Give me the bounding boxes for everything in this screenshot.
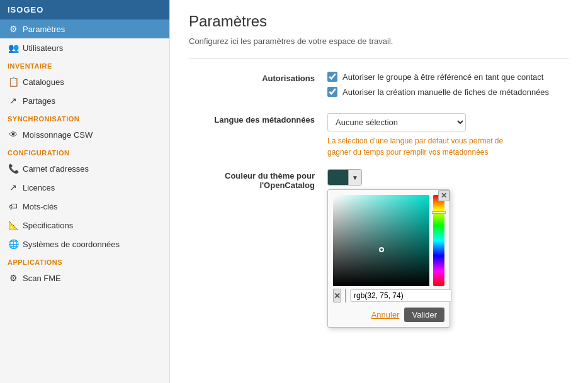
eye-icon: 👁 [8,130,19,140]
hue-pointer [432,211,446,214]
color-swatch-button[interactable]: ▼ [327,169,362,186]
valider-button[interactable]: Valider [404,308,444,322]
section-inventaire: INVENTAIRE [0,57,169,72]
sidebar-section-main: ⚙ Paramètres 👥 Utilisateurs [0,19,169,57]
checkbox-row-2: Autoriser la création manuelle de fiches… [327,87,569,97]
sidebar-label-specifications: Spécifications [23,221,73,230]
sidebar-item-licences[interactable]: ↗ Licences [0,178,169,197]
sidebar-section-configuration: 📞 Carnet d'adresses ↗ Licences 🏷 Mots-cl… [0,159,169,253]
tag-icon: 🏷 [8,201,19,211]
color-dropdown-arrow-icon: ▼ [348,170,361,185]
hue-strip-container [433,195,444,286]
sidebar-item-systemes-coordonnees[interactable]: 🌐 Systèmes de coordonnées [0,235,169,253]
users-icon: 👥 [8,43,19,53]
sidebar-item-moissonnage-csw[interactable]: 👁 Moissonnage CSW [0,125,169,144]
page-subtitle: Configurez ici les paramètres de votre e… [189,36,569,46]
langue-select[interactable]: Aucune sélection [327,113,466,131]
sidebar-label-carnet: Carnet d'adresses [23,164,89,174]
share-icon: ↗ [8,96,19,106]
checkbox-row-1: Autoriser le groupe à être référencé en … [327,72,569,82]
phone-icon: 📞 [8,164,19,174]
couleur-label: Couleur du thème pour l'OpenCatalog [189,169,327,190]
spec-icon: 📐 [8,220,19,230]
autorisations-label: Autorisations [189,72,327,83]
sidebar-section-applications: ⚙ Scan FME [0,269,169,287]
page-title: Paramètres [189,13,569,30]
sidebar-item-utilisateurs[interactable]: 👥 Utilisateurs [0,38,169,57]
checkbox-contact[interactable] [327,72,337,82]
sidebar-label-licences: Licences [23,183,55,192]
main-content: Paramètres Configurez ici les paramètres… [170,0,588,383]
checkbox-contact-label: Autoriser le groupe à être référencé en … [342,72,543,82]
sidebar-item-specifications[interactable]: 📐 Spécifications [0,216,169,235]
color-picker-close-button[interactable]: ✕ [438,190,449,201]
sidebar-label-mots-cles: Mots-clés [23,202,58,211]
sidebar-section-synchronisation: 👁 Moissonnage CSW [0,125,169,144]
color-gradient-area[interactable] [333,195,429,286]
hint-highlight: temps pour remplir [363,148,426,157]
section-applications: APPLICATIONS [0,253,169,269]
separator [189,58,569,59]
sidebar-item-catalogues[interactable]: 📋 Catalogues [0,72,169,91]
annuler-button[interactable]: Annuler [371,308,400,322]
couleur-row: Couleur du thème pour l'OpenCatalog ▼ [189,169,569,328]
current-color-swatch [345,289,346,303]
langue-hint: La sélection d'une langue par défaut vou… [327,135,504,158]
sidebar-item-parametres[interactable]: ⚙ Paramètres [0,19,169,38]
globe-icon: 🌐 [8,239,19,249]
color-picker-popup: ✕ ✕ Annuler Valider [327,189,450,328]
sidebar-label-catalogues: Catalogues [23,77,64,87]
sidebar-label-systemes: Systèmes de coordonnées [23,240,120,249]
langue-label: Langue des métadonnées [189,113,327,125]
section-configuration: CONFIGURATION [0,144,169,159]
sidebar-label-moissonnage: Moissonnage CSW [23,130,93,140]
license-icon: ↗ [8,182,19,192]
couleur-field: ▼ [327,169,569,328]
brand-label: ISOGEO [0,0,169,19]
color-swatch-preview [328,170,348,185]
sidebar: ISOGEO ⚙ Paramètres 👥 Utilisateurs INVEN… [0,0,170,383]
picker-actions: Annuler Valider [333,308,444,322]
autorisations-field: Autoriser le groupe à être référencé en … [327,72,569,102]
autorisations-row: Autorisations Autoriser le groupe à être… [189,72,569,102]
gear-icon: ⚙ [8,24,19,34]
close-icon: ✕ [441,191,447,200]
sidebar-item-mots-cles[interactable]: 🏷 Mots-clés [0,197,169,216]
sidebar-item-partages[interactable]: ↗ Partages [0,91,169,110]
sidebar-label-partages: Partages [23,96,55,106]
sidebar-section-inventaire: 📋 Catalogues ↗ Partages [0,72,169,110]
catalogue-icon: 📋 [8,77,19,87]
color-rgb-input[interactable] [350,289,452,302]
sidebar-label-utilisateurs: Utilisateurs [23,43,63,53]
hint-text-2: vos métadonnées [426,148,488,157]
langue-field: Aucune sélection La sélection d'une lang… [327,113,569,158]
scan-icon: ⚙ [8,273,19,283]
section-synchronisation: SYNCHRONISATION [0,110,169,125]
black-overlay-layer [333,195,429,286]
cancel-x-icon: ✕ [334,291,341,301]
sidebar-item-carnet-adresses[interactable]: 📞 Carnet d'adresses [0,159,169,178]
sidebar-label-parametres: Paramètres [23,25,65,34]
checkbox-creation-label: Autoriser la création manuelle de fiches… [342,87,549,97]
langue-row: Langue des métadonnées Aucune sélection … [189,113,569,158]
picker-bottom-row: ✕ [333,289,444,303]
hue-strip[interactable] [433,195,444,286]
checkbox-creation-manuelle[interactable] [327,87,337,97]
sidebar-label-scan-fme: Scan FME [23,274,61,283]
sidebar-item-scan-fme[interactable]: ⚙ Scan FME [0,269,169,287]
color-cancel-icon[interactable]: ✕ [333,289,341,303]
